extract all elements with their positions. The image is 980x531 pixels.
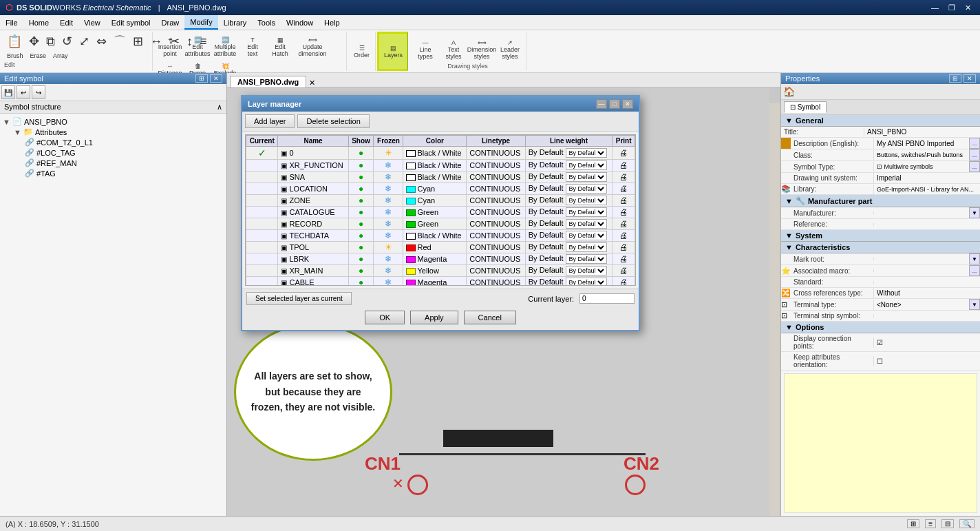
lineweight-dropdown[interactable]: By Default (566, 207, 607, 217)
lineweight-dropdown[interactable]: By Default (566, 160, 607, 170)
layer-color-cell[interactable]: Cyan (403, 183, 467, 195)
layer-lineweight-cell[interactable]: By Default By Default (525, 230, 612, 242)
layer-frozen-cell[interactable]: ❄ (374, 183, 403, 195)
menu-draw[interactable]: Draw (156, 15, 185, 30)
tb-layers[interactable]: ▤Layers (382, 43, 405, 60)
close-button[interactable]: ✕ (961, 3, 974, 12)
status-search-btn[interactable]: 🔍 (959, 519, 974, 528)
lineweight-dropdown[interactable]: By Default (566, 266, 607, 275)
layer-show-cell[interactable]: ● (348, 265, 374, 277)
tb-properties[interactable]: 📋 (4, 33, 25, 50)
layer-table-row[interactable]: ▣XR_MAIN●❄YellowCONTINUOUSBy Default By … (246, 265, 635, 277)
prop-desc-edit-btn[interactable]: ... (969, 138, 980, 149)
layer-print-cell[interactable]: 🖨 (612, 265, 635, 277)
layer-show-cell[interactable]: ● (348, 207, 374, 218)
layer-lineweight-cell[interactable]: By Default By Default (525, 277, 612, 287)
tb-multiple-attribute[interactable]: 🔤Multipleattribute (212, 34, 238, 59)
layer-print-cell[interactable]: 🖨 (612, 195, 635, 207)
layer-lineweight-cell[interactable]: By Default By Default (525, 171, 612, 183)
layer-table-row[interactable]: ▣TPOL●☀RedCONTINUOUSBy Default By Defaul… (246, 242, 635, 253)
add-layer-btn[interactable]: Add layer (245, 114, 295, 128)
layer-show-cell[interactable]: ● (348, 242, 374, 253)
prop-symtype-edit-btn[interactable]: ... (969, 161, 980, 172)
prop-markroot-edit-btn[interactable]: ▼ (969, 253, 980, 264)
tb-mirror[interactable]: ⇔ (94, 33, 109, 50)
menu-window[interactable]: Window (281, 15, 319, 30)
menu-tools[interactable]: Tools (252, 15, 281, 30)
prop-macro-edit-btn[interactable]: ... (969, 265, 980, 276)
layer-table-row[interactable]: ▣LBRK●❄MagentaCONTINUOUSBy Default By De… (246, 253, 635, 265)
layer-table-row[interactable]: ▣SNA●❄Black / WhiteCONTINUOUSBy Default … (246, 171, 635, 183)
layer-frozen-cell[interactable]: ❄ (374, 253, 403, 265)
layer-table-row[interactable]: ▣TECHDATA●❄Black / WhiteCONTINUOUSBy Def… (246, 230, 635, 242)
tb-update-dimension[interactable]: ⟺Update dimension (295, 34, 330, 59)
layer-print-cell[interactable]: 🖨 (612, 230, 635, 242)
layer-print-cell[interactable]: 🖨 (612, 277, 635, 287)
tab-close-btn[interactable]: ✕ (309, 79, 315, 87)
tb-brush[interactable]: Brush (4, 50, 26, 61)
lineweight-dropdown[interactable]: By Default (566, 196, 607, 205)
menu-library[interactable]: Library (218, 15, 253, 30)
layer-print-cell[interactable]: 🖨 (612, 253, 635, 265)
layer-color-cell[interactable]: Black / White (403, 160, 467, 171)
menu-edit-symbol[interactable]: Edit symbol (106, 15, 156, 30)
layer-frozen-cell[interactable]: ❄ (374, 218, 403, 230)
layer-color-cell[interactable]: Cyan (403, 195, 467, 207)
layer-table-row[interactable]: ▣RECORD●❄GreenCONTINUOUSBy Default By De… (246, 218, 635, 230)
redo-btn[interactable]: ↪ (32, 85, 45, 99)
prop-dock-btn[interactable]: ⊞ (949, 74, 961, 83)
layer-show-cell[interactable]: ● (348, 218, 374, 230)
layer-lineweight-cell[interactable]: By Default By Default (525, 195, 612, 207)
tb-edit-attributes[interactable]: 🔤Editattributes (184, 34, 211, 59)
collapse-btn[interactable]: ∧ (217, 103, 222, 112)
panel-dock-btn[interactable]: ⊞ (195, 74, 208, 83)
layer-frozen-cell[interactable]: ❄ (374, 265, 403, 277)
layer-frozen-cell[interactable]: ❄ (374, 230, 403, 242)
tb-text-styles[interactable]: ATextstyles (440, 37, 467, 62)
prop-class-edit-btn[interactable]: ... (969, 149, 980, 160)
layer-frozen-cell[interactable]: ❄ (374, 160, 403, 171)
layer-lineweight-cell[interactable]: By Default By Default (525, 218, 612, 230)
layer-lineweight-cell[interactable]: By Default By Default (525, 265, 612, 277)
tree-item-tag[interactable]: 🔗 #TAG (3, 168, 224, 178)
prop-close-btn[interactable]: ✕ (963, 74, 976, 83)
tb-dimension-styles[interactable]: ⟺Dimensionstyles (469, 37, 495, 62)
layer-table-row[interactable]: ▣XR_FUNCTION●❄Black / WhiteCONTINUOUSBy … (246, 160, 635, 171)
layer-color-cell[interactable]: Red (403, 242, 467, 253)
layer-print-cell[interactable]: 🖨 (612, 218, 635, 230)
panel-close-btn[interactable]: ✕ (210, 74, 222, 83)
maximize-button[interactable]: ❐ (945, 3, 959, 12)
layer-color-cell[interactable]: Magenta (403, 253, 467, 265)
layer-lineweight-cell[interactable]: By Default By Default (525, 183, 612, 195)
tb-insertion-point[interactable]: +Insertionpoint (157, 34, 183, 59)
layer-print-cell[interactable]: 🖨 (612, 147, 635, 160)
tb-rotate[interactable]: ↺ (59, 33, 75, 50)
layer-frozen-cell[interactable]: ❄ (374, 171, 403, 183)
tb-array[interactable]: Array (50, 50, 71, 61)
dialog-close-btn[interactable]: ✕ (622, 99, 633, 109)
lineweight-dropdown[interactable]: By Default (566, 172, 607, 182)
layer-print-cell[interactable]: 🖨 (612, 242, 635, 253)
prop-home-icon[interactable]: 🏠 (783, 86, 795, 97)
lineweight-dropdown[interactable]: By Default (566, 278, 607, 286)
menu-modify[interactable]: Modify (184, 15, 217, 30)
cancel-btn[interactable]: Cancel (464, 311, 516, 324)
tb-scale[interactable]: ⤢ (76, 33, 92, 50)
status-expand-btn[interactable]: ⊟ (941, 519, 954, 528)
layer-show-cell[interactable]: ● (348, 195, 374, 207)
tb-move[interactable]: ✥ (26, 33, 42, 50)
tb-offset[interactable]: ⊞ (130, 33, 146, 50)
layer-lineweight-cell[interactable]: By Default By Default (525, 207, 612, 218)
layer-table-row[interactable]: ▣ZONE●❄CyanCONTINUOUSBy Default By Defau… (246, 195, 635, 207)
root-expander[interactable]: ▼ (3, 118, 10, 126)
dialog-maximize-btn[interactable]: □ (609, 99, 620, 109)
layer-print-cell[interactable]: 🖨 (612, 183, 635, 195)
ok-btn[interactable]: OK (365, 311, 405, 324)
layer-print-cell[interactable]: 🖨 (612, 160, 635, 171)
tab-symbol[interactable]: ⊡ Symbol (784, 101, 827, 113)
save-btn[interactable]: 💾 (1, 85, 15, 99)
menu-help[interactable]: Help (319, 15, 345, 30)
layer-lineweight-cell[interactable]: By Default By Default (525, 253, 612, 265)
scroll-track-right[interactable] (769, 103, 780, 516)
apply-btn[interactable]: Apply (410, 311, 458, 324)
